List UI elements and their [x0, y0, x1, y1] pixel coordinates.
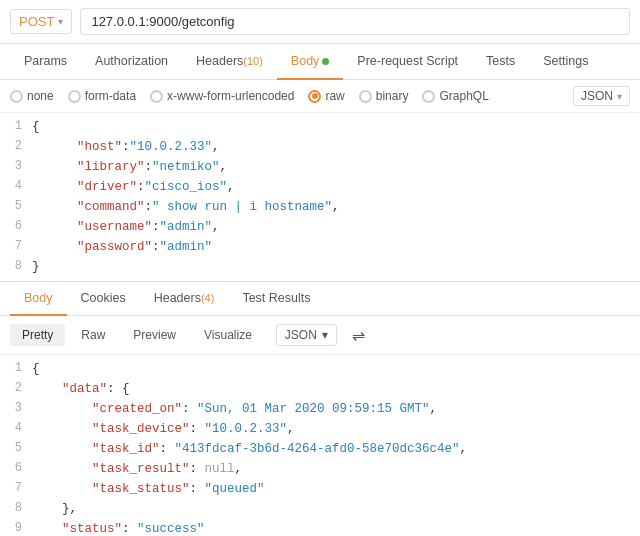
resp-line-text: }, — [32, 499, 77, 519]
url-input[interactable] — [80, 8, 630, 35]
resp-line-number: 4 — [0, 419, 32, 438]
wrap-toggle-icon[interactable]: ⇌ — [347, 323, 371, 347]
body-type-urlencoded[interactable]: x-www-form-urlencoded — [150, 89, 294, 103]
chevron-down-icon: ▾ — [58, 16, 63, 27]
json-type-caret: ▾ — [617, 91, 622, 102]
code-line: 8} — [0, 257, 640, 277]
resp-tab-headers[interactable]: Headers(4) — [140, 282, 229, 316]
json-type-selector[interactable]: JSON ▾ — [573, 86, 630, 106]
resp-line-number: 2 — [0, 379, 32, 398]
response-body-viewer: 1{2 "data": {3 "created_on": "Sun, 01 Ma… — [0, 355, 640, 536]
radio-none — [10, 90, 23, 103]
request-body-editor[interactable]: 1{ 2 "host":"10.0.2.33",3 "library":"net… — [0, 113, 640, 282]
resp-code-line: 5 "task_id": "413fdcaf-3b6d-4264-afd0-58… — [0, 439, 640, 459]
line-number: 7 — [0, 237, 32, 256]
tab-settings[interactable]: Settings — [529, 44, 602, 80]
code-line: 1{ — [0, 117, 640, 137]
body-dot-indicator — [322, 58, 329, 65]
resp-line-number: 5 — [0, 439, 32, 458]
resp-line-text: "data": { — [32, 379, 130, 399]
resp-code-line: 7 "task_status": "queued" — [0, 479, 640, 499]
line-number: 4 — [0, 177, 32, 196]
view-preview[interactable]: Preview — [121, 324, 188, 346]
line-number: 5 — [0, 197, 32, 216]
line-number: 2 — [0, 137, 32, 156]
line-text: "driver":"cisco_ios", — [32, 177, 235, 197]
code-line: 3 "library":"netmiko", — [0, 157, 640, 177]
resp-line-number: 6 — [0, 459, 32, 478]
resp-line-text: "task_status": "queued" — [32, 479, 265, 499]
tab-tests[interactable]: Tests — [472, 44, 529, 80]
resp-line-text: "task_device": "10.0.2.33", — [32, 419, 295, 439]
resp-tab-test-results[interactable]: Test Results — [228, 282, 324, 316]
resp-code-line: 4 "task_device": "10.0.2.33", — [0, 419, 640, 439]
view-raw[interactable]: Raw — [69, 324, 117, 346]
code-line: 7 "password":"admin" — [0, 237, 640, 257]
line-text: "command":" show run | i hostname", — [32, 197, 340, 217]
line-text: { — [32, 117, 47, 137]
response-tabs: Body Cookies Headers(4) Test Results — [0, 282, 640, 316]
line-text: "username":"admin", — [32, 217, 220, 237]
code-line: 5 "command":" show run | i hostname", — [0, 197, 640, 217]
method-label: POST — [19, 14, 54, 29]
radio-form-data — [68, 90, 81, 103]
response-section: Body Cookies Headers(4) Test Results Pre… — [0, 282, 640, 536]
line-number: 8 — [0, 257, 32, 276]
line-number: 6 — [0, 217, 32, 236]
resp-view-options: Pretty Raw Preview Visualize JSON ▾ ⇌ — [0, 316, 640, 355]
radio-raw — [308, 90, 321, 103]
resp-line-text: "status": "success" — [32, 519, 205, 536]
line-number: 1 — [0, 117, 32, 136]
resp-tab-body[interactable]: Body — [10, 282, 67, 316]
view-pretty[interactable]: Pretty — [10, 324, 65, 346]
body-type-graphql[interactable]: GraphQL — [422, 89, 488, 103]
radio-binary — [359, 90, 372, 103]
resp-json-caret: ▾ — [322, 328, 328, 342]
resp-code-line: 3 "created_on": "Sun, 01 Mar 2020 09:59:… — [0, 399, 640, 419]
body-type-selector: none form-data x-www-form-urlencoded raw… — [0, 80, 640, 113]
resp-line-number: 3 — [0, 399, 32, 418]
line-number: 3 — [0, 157, 32, 176]
resp-line-text: "task_result": null, — [32, 459, 242, 479]
resp-line-text: "task_id": "413fdcaf-3b6d-4264-afd0-58e7… — [32, 439, 467, 459]
radio-urlencoded — [150, 90, 163, 103]
body-type-none[interactable]: none — [10, 89, 54, 103]
resp-line-number: 1 — [0, 359, 32, 378]
code-line: 6 "username":"admin", — [0, 217, 640, 237]
line-text: } — [32, 257, 40, 277]
line-text: "host":"10.0.2.33", — [32, 137, 220, 157]
request-tabs: Params Authorization Headers(10) Body Pr… — [0, 44, 640, 80]
line-text: "password":"admin" — [32, 237, 212, 257]
resp-json-type-selector[interactable]: JSON ▾ — [276, 324, 337, 346]
body-type-raw[interactable]: raw — [308, 89, 344, 103]
method-select[interactable]: POST ▾ — [10, 9, 72, 34]
code-line: 2 "host":"10.0.2.33", — [0, 137, 640, 157]
resp-line-text: { — [32, 359, 40, 379]
tab-body[interactable]: Body — [277, 44, 344, 80]
tab-params[interactable]: Params — [10, 44, 81, 80]
resp-line-number: 8 — [0, 499, 32, 518]
resp-code-line: 6 "task_result": null, — [0, 459, 640, 479]
radio-graphql — [422, 90, 435, 103]
line-text: "library":"netmiko", — [32, 157, 227, 177]
resp-tab-cookies[interactable]: Cookies — [67, 282, 140, 316]
tab-headers[interactable]: Headers(10) — [182, 44, 277, 80]
tab-pre-request[interactable]: Pre-request Script — [343, 44, 472, 80]
resp-code-line: 2 "data": { — [0, 379, 640, 399]
resp-code-line: 9 "status": "success" — [0, 519, 640, 536]
resp-line-number: 9 — [0, 519, 32, 536]
resp-line-text: "created_on": "Sun, 01 Mar 2020 09:59:15… — [32, 399, 437, 419]
code-line: 4 "driver":"cisco_ios", — [0, 177, 640, 197]
url-bar: POST ▾ — [0, 0, 640, 44]
resp-line-number: 7 — [0, 479, 32, 498]
view-visualize[interactable]: Visualize — [192, 324, 264, 346]
resp-code-line: 8 }, — [0, 499, 640, 519]
body-type-form-data[interactable]: form-data — [68, 89, 136, 103]
tab-authorization[interactable]: Authorization — [81, 44, 182, 80]
body-type-binary[interactable]: binary — [359, 89, 409, 103]
resp-code-line: 1{ — [0, 359, 640, 379]
